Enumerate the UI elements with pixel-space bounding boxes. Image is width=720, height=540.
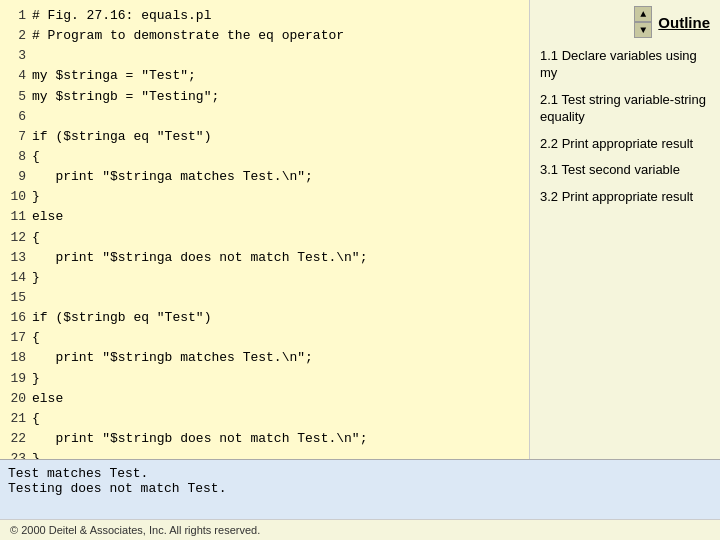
- code-line: 2# Program to demonstrate the eq operato…: [8, 26, 521, 46]
- line-content: {: [32, 409, 40, 429]
- line-number: 1: [8, 6, 26, 26]
- outline-panel: ▲ ▼ Outline 1.1 Declare variables using …: [530, 0, 720, 459]
- code-line: 5my $stringb = "Testing";: [8, 87, 521, 107]
- line-content: {: [32, 328, 40, 348]
- outline-item[interactable]: 2.1 Test string variable-string equality: [540, 92, 710, 126]
- code-line: 17{: [8, 328, 521, 348]
- line-number: 15: [8, 288, 26, 308]
- code-line: 7if ($stringa eq "Test"): [8, 127, 521, 147]
- code-line: 23}: [8, 449, 521, 459]
- outline-header-row: ▲ ▼ Outline: [540, 6, 710, 38]
- line-number: 21: [8, 409, 26, 429]
- code-line: 13 print "$stringa does not match Test.\…: [8, 248, 521, 268]
- line-number: 13: [8, 248, 26, 268]
- line-content: else: [32, 207, 63, 227]
- line-number: 8: [8, 147, 26, 167]
- code-line: 22 print "$stringb does not match Test.\…: [8, 429, 521, 449]
- line-content: # Fig. 27.16: equals.pl: [32, 6, 211, 26]
- code-line: 18 print "$stringb matches Test.\n";: [8, 348, 521, 368]
- footer: © 2000 Deitel & Associates, Inc. All rig…: [0, 519, 720, 540]
- line-content: else: [32, 389, 63, 409]
- line-content: print "$stringa does not match Test.\n";: [32, 248, 367, 268]
- line-number: 12: [8, 228, 26, 248]
- line-content: print "$stringb does not match Test.\n";: [32, 429, 367, 449]
- line-number: 11: [8, 207, 26, 227]
- line-content: {: [32, 228, 40, 248]
- line-number: 2: [8, 26, 26, 46]
- line-number: 10: [8, 187, 26, 207]
- line-number: 3: [8, 46, 26, 66]
- code-line: 6: [8, 107, 521, 127]
- outline-item[interactable]: 3.2 Print appropriate result: [540, 189, 710, 206]
- outline-title: Outline: [658, 14, 710, 31]
- line-number: 17: [8, 328, 26, 348]
- app-container: 1# Fig. 27.16: equals.pl2# Program to de…: [0, 0, 720, 540]
- line-number: 18: [8, 348, 26, 368]
- output-panel: Test matches Test.Testing does not match…: [0, 459, 720, 519]
- scroll-down-button[interactable]: ▼: [634, 22, 652, 38]
- outline-item[interactable]: 1.1 Declare variables using my: [540, 48, 710, 82]
- outline-item[interactable]: 2.2 Print appropriate result: [540, 136, 710, 153]
- line-number: 16: [8, 308, 26, 328]
- line-content: print "$stringa matches Test.\n";: [32, 167, 313, 187]
- line-number: 9: [8, 167, 26, 187]
- line-number: 14: [8, 268, 26, 288]
- code-line: 10}: [8, 187, 521, 207]
- code-line: 4my $stringa = "Test";: [8, 66, 521, 86]
- line-content: }: [32, 187, 40, 207]
- line-number: 6: [8, 107, 26, 127]
- main-area: 1# Fig. 27.16: equals.pl2# Program to de…: [0, 0, 720, 459]
- code-line: 1# Fig. 27.16: equals.pl: [8, 6, 521, 26]
- line-content: # Program to demonstrate the eq operator: [32, 26, 344, 46]
- code-line: 3: [8, 46, 521, 66]
- code-line: 21{: [8, 409, 521, 429]
- line-content: if ($stringa eq "Test"): [32, 127, 211, 147]
- output-line: Test matches Test.: [8, 466, 712, 481]
- line-number: 23: [8, 449, 26, 459]
- line-number: 5: [8, 87, 26, 107]
- line-content: my $stringa = "Test";: [32, 66, 196, 86]
- code-line: 11else: [8, 207, 521, 227]
- footer-text: © 2000 Deitel & Associates, Inc. All rig…: [10, 524, 260, 536]
- line-content: {: [32, 147, 40, 167]
- code-line: 12{: [8, 228, 521, 248]
- line-content: }: [32, 449, 40, 459]
- line-content: if ($stringb eq "Test"): [32, 308, 211, 328]
- code-line: 16if ($stringb eq "Test"): [8, 308, 521, 328]
- line-content: my $stringb = "Testing";: [32, 87, 219, 107]
- line-number: 20: [8, 389, 26, 409]
- code-line: 8{: [8, 147, 521, 167]
- code-line: 9 print "$stringa matches Test.\n";: [8, 167, 521, 187]
- outline-items: 1.1 Declare variables using my2.1 Test s…: [540, 48, 710, 216]
- outline-item[interactable]: 3.1 Test second variable: [540, 162, 710, 179]
- code-panel: 1# Fig. 27.16: equals.pl2# Program to de…: [0, 0, 530, 459]
- line-content: }: [32, 268, 40, 288]
- code-line: 20else: [8, 389, 521, 409]
- scroll-up-button[interactable]: ▲: [634, 6, 652, 22]
- line-content: print "$stringb matches Test.\n";: [32, 348, 313, 368]
- line-number: 19: [8, 369, 26, 389]
- code-line: 14}: [8, 268, 521, 288]
- code-line: 19}: [8, 369, 521, 389]
- line-number: 7: [8, 127, 26, 147]
- line-number: 4: [8, 66, 26, 86]
- code-line: 15: [8, 288, 521, 308]
- line-content: }: [32, 369, 40, 389]
- line-number: 22: [8, 429, 26, 449]
- outline-arrows: ▲ ▼: [634, 6, 652, 38]
- output-line: Testing does not match Test.: [8, 481, 712, 496]
